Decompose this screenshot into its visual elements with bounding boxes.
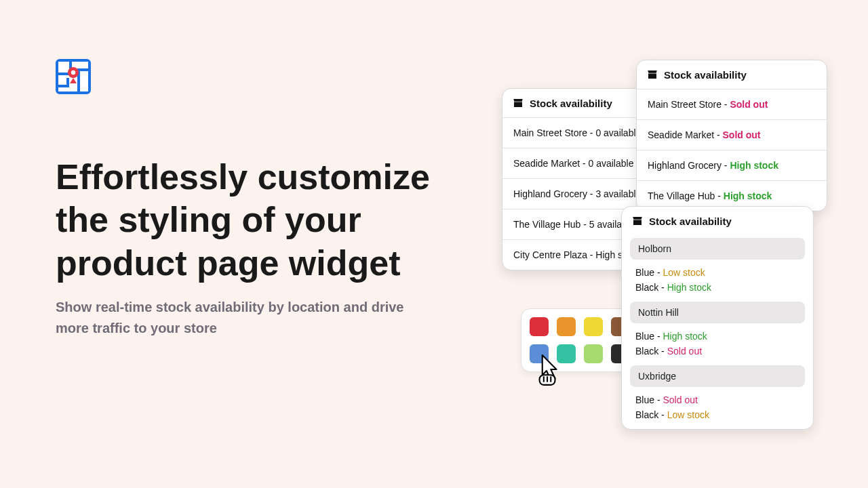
location-group: Nottin Hill Blue - High stock Black - So… (622, 302, 813, 359)
store-icon (631, 215, 644, 227)
list-item: Main Street Store - Sold out (637, 89, 827, 119)
status-badge: Low stock (663, 267, 705, 278)
status-badge: Sold out (723, 129, 761, 140)
status-badge: Sold out (730, 99, 768, 110)
status-badge: Low stock (667, 409, 709, 420)
widget-title: Stock availability (530, 98, 612, 109)
color-swatch[interactable] (584, 317, 603, 336)
page-subtitle: Show real-time stock availability by loc… (56, 297, 408, 339)
widget-preview-grouped: Stock availability Holborn Blue - Low st… (621, 206, 814, 430)
map-pin-icon (58, 62, 88, 92)
list-item: Seadide Market - Sold out (637, 119, 827, 150)
list-item: Highland Grocery - High stock (637, 150, 827, 180)
widget-preview-colored: Stock availability Main Street Store - S… (636, 60, 827, 211)
store-icon (646, 68, 658, 81)
widget-previews: Stock availability Main Street Store - 0… (502, 54, 827, 434)
group-header: Nottin Hill (630, 302, 805, 323)
widget-header: Stock availability (622, 207, 813, 231)
pointer-cursor-icon (532, 354, 561, 388)
group-header: Uxbridge (630, 365, 805, 387)
variant-name: Blue - (635, 394, 663, 405)
group-header: Holborn (630, 238, 805, 260)
location-group: Holborn Blue - Low stock Black - High st… (622, 238, 813, 295)
variant-item: Black - Low stock (622, 407, 813, 422)
status-badge: High stock (724, 190, 772, 201)
variant-name: Blue - (635, 331, 663, 342)
status-badge: High stock (667, 282, 711, 293)
variant-name: Blue - (635, 267, 663, 278)
widget-rows: Main Street Store - Sold out Seadide Mar… (637, 89, 827, 211)
variant-item: Blue - Low stock (622, 265, 813, 280)
page-title: Effortlessly customize the styling of yo… (56, 156, 476, 285)
variant-name: Black - (635, 282, 667, 293)
store-name: Seadide Market - (648, 129, 723, 140)
status-badge: High stock (663, 331, 707, 342)
color-swatch[interactable] (557, 317, 576, 336)
status-badge: Sold out (667, 346, 702, 357)
widget-title: Stock availability (664, 69, 747, 81)
variant-name: Black - (635, 346, 667, 357)
store-name: The Village Hub - (648, 190, 724, 201)
location-group: Uxbridge Blue - Sold out Black - Low sto… (622, 365, 813, 429)
status-badge: High stock (730, 160, 778, 171)
variant-item: Blue - Sold out (622, 392, 813, 407)
svg-point-3 (71, 70, 75, 75)
variant-item: Black - High stock (622, 280, 813, 295)
color-swatch[interactable] (584, 344, 603, 363)
status-badge: Sold out (663, 394, 697, 405)
widget-title: Stock availability (649, 216, 732, 227)
store-name: Highland Grocery - (648, 160, 730, 171)
variant-item: Blue - High stock (622, 329, 813, 344)
variant-item: Black - Sold out (622, 344, 813, 359)
variant-name: Black - (635, 409, 667, 420)
color-swatch[interactable] (530, 317, 549, 336)
app-logo (56, 59, 91, 94)
widget-header: Stock availability (637, 60, 827, 89)
store-icon (512, 97, 524, 109)
store-name: Main Street Store - (648, 99, 730, 110)
